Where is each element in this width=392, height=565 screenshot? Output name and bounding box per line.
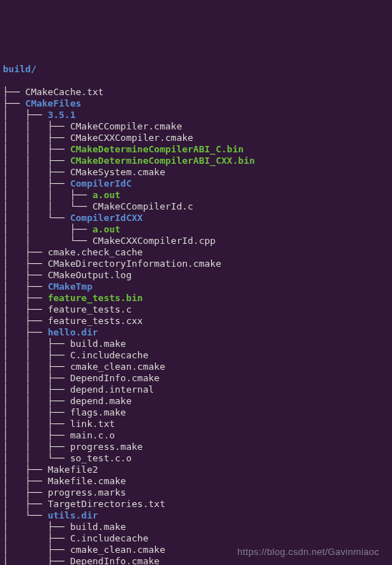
tree-row: │ │ ├── build.make xyxy=(3,338,389,350)
tree-file: progress.marks xyxy=(48,487,127,498)
tree-row: │ ├── 3.5.1 xyxy=(3,109,389,121)
tree-row: │ ├── C.includecache xyxy=(3,533,389,544)
tree-branch-glyphs: │ │ ├── xyxy=(3,361,70,372)
tree-file: TargetDirectories.txt xyxy=(48,498,165,509)
tree-row: │ ├── feature_tests.c xyxy=(3,304,389,315)
tree-directory: CMakeFiles xyxy=(25,98,81,109)
tree-branch-glyphs: │ │ └── xyxy=(3,453,70,463)
tree-executable: CMakeDetermineCompilerABI_CXX.bin xyxy=(70,155,255,166)
tree-branch-glyphs: │ ├── xyxy=(3,556,70,565)
tree-branch-glyphs: │ │ ├── xyxy=(3,441,70,452)
tree-branch-glyphs: │ │ ├── xyxy=(3,144,70,154)
tree-directory: hello.dir xyxy=(48,327,98,338)
tree-row: │ ├── build.make xyxy=(3,521,389,533)
tree-file: depend.make xyxy=(70,396,132,406)
tree-row: │ └── utils.dir xyxy=(3,510,389,521)
tree-file: CMakeCCompilerId.c xyxy=(92,201,193,212)
tree-row: │ │ ├── link.txt xyxy=(3,418,389,430)
tree-row: │ │ │ ├── a.out xyxy=(3,190,389,201)
tree-executable: a.out xyxy=(92,190,120,200)
tree-file: cmake.check_cache xyxy=(48,247,143,257)
tree-file: link.txt xyxy=(70,418,115,429)
tree-row: │ │ ├── cmake_clean.cmake xyxy=(3,361,389,373)
tree-file: flags.make xyxy=(70,407,126,418)
tree-file: Makefile.cmake xyxy=(48,476,127,486)
tree-row: │ ├── CMakeDirectoryInformation.cmake xyxy=(3,258,389,270)
tree-file: CMakeCache.txt xyxy=(25,87,104,97)
tree-branch-glyphs: │ ├── xyxy=(3,476,48,486)
tree-directory: 3.5.1 xyxy=(48,109,76,120)
tree-executable: a.out xyxy=(92,224,120,235)
tree-row: │ ├── progress.marks xyxy=(3,487,389,498)
tree-branch-glyphs: │ │ ├── xyxy=(3,178,70,189)
tree-branch-glyphs: │ ├── xyxy=(3,293,48,303)
tree-row: │ │ ├── DependInfo.cmake xyxy=(3,373,389,384)
tree-row: │ │ │ └── CMakeCCompilerId.c xyxy=(3,201,389,212)
tree-branch-glyphs: │ │ ├── xyxy=(3,418,70,429)
tree-directory: CompilerIdCXX xyxy=(70,212,143,223)
tree-row: │ ├── Makefile2 xyxy=(3,464,389,476)
tree-row: ├── CMakeFiles xyxy=(3,98,389,109)
tree-branch-glyphs: │ ├── xyxy=(3,109,48,120)
tree-branch-glyphs: │ ├── xyxy=(3,521,70,532)
tree-branch-glyphs: │ │ ├── xyxy=(3,224,92,235)
tree-file: cmake_clean.cmake xyxy=(70,544,165,555)
tree-branch-glyphs: │ ├── xyxy=(3,544,70,555)
tree-row: │ │ └── so_test.c.o xyxy=(3,453,389,464)
tree-row: │ │ ├── CMakeDetermineCompilerABI_C.bin xyxy=(3,144,389,155)
tree-row: │ │ ├── CMakeCXXCompiler.cmake xyxy=(3,132,389,144)
tree-row: │ ├── cmake.check_cache xyxy=(3,247,389,258)
tree-branch-glyphs: ├── xyxy=(3,87,25,97)
tree-branch-glyphs: │ ├── xyxy=(3,247,48,257)
tree-row: │ │ ├── flags.make xyxy=(3,407,389,418)
tree-executable: feature_tests.bin xyxy=(48,293,143,303)
tree-branch-glyphs: │ │ ├── xyxy=(3,121,70,132)
tree-file: DependInfo.cmake xyxy=(70,556,160,565)
tree-branch-glyphs: │ ├── xyxy=(3,487,48,498)
tree-branch-glyphs: │ │ │ └── xyxy=(3,201,92,212)
tree-row: │ │ ├── a.out xyxy=(3,224,389,235)
terminal-header-fragment: . . . . . . . ,.,,.,,.,,,,,,,,,.,,.,,,,,… xyxy=(3,46,389,52)
tree-file: depend.internal xyxy=(70,384,154,395)
tree-root: build/ xyxy=(3,64,389,75)
tree-file: feature_tests.c xyxy=(48,304,132,315)
tree-row: │ │ ├── depend.make xyxy=(3,396,389,407)
tree-branch-glyphs: │ ├── xyxy=(3,533,70,544)
tree-file: CMakeOutput.log xyxy=(48,270,132,280)
tree-branch-glyphs: │ ├── xyxy=(3,281,48,292)
tree-branch-glyphs: │ │ ├── xyxy=(3,132,70,143)
tree-row: │ │ ├── main.c.o xyxy=(3,430,389,441)
tree-branch-glyphs: │ ├── xyxy=(3,270,48,280)
tree-branch-glyphs: │ └── xyxy=(3,510,48,521)
tree-branch-glyphs: │ │ ├── xyxy=(3,373,70,383)
tree-branch-glyphs: │ ├── xyxy=(3,258,48,269)
root-dir-label: build/ xyxy=(3,64,36,74)
tree-directory: utils.dir xyxy=(48,510,98,521)
tree-row: │ ├── TargetDirectories.txt xyxy=(3,498,389,510)
tree-row: │ │ ├── CompilerIdC xyxy=(3,178,389,190)
tree-row: │ ├── Makefile.cmake xyxy=(3,476,389,487)
tree-branch-glyphs: │ │ ├── xyxy=(3,407,70,418)
tree-file: feature_tests.cxx xyxy=(48,315,143,326)
tree-file: C.includecache xyxy=(70,350,149,360)
tree-row: │ ├── CMakeOutput.log xyxy=(3,270,389,281)
tree-file: cmake_clean.cmake xyxy=(70,361,165,372)
tree-file: C.includecache xyxy=(70,533,149,544)
tree-row: │ │ ├── CMakeSystem.cmake xyxy=(3,167,389,178)
tree-branch-glyphs: │ │ ├── xyxy=(3,155,70,166)
tree-branch-glyphs: │ │ ├── xyxy=(3,384,70,395)
tree-file: DependInfo.cmake xyxy=(70,373,160,383)
tree-branch-glyphs: │ │ ├── xyxy=(3,167,70,177)
tree-file: CMakeSystem.cmake xyxy=(70,167,165,177)
tree-branch-glyphs: │ ├── xyxy=(3,498,48,509)
tree-file: CMakeDirectoryInformation.cmake xyxy=(48,258,222,269)
tree-branch-glyphs: │ ├── xyxy=(3,327,48,338)
tree-directory: CompilerIdC xyxy=(70,178,132,189)
tree-file: build.make xyxy=(70,338,126,349)
tree-row: │ │ └── CMakeCXXCompilerId.cpp xyxy=(3,235,389,247)
tree-file: Makefile2 xyxy=(48,464,98,475)
tree-file: CMakeCXXCompilerId.cpp xyxy=(92,235,215,246)
tree-branch-glyphs: │ │ ├── xyxy=(3,396,70,406)
tree-row: │ ├── CMakeTmp xyxy=(3,281,389,293)
tree-row: │ │ ├── CMakeCCompiler.cmake xyxy=(3,121,389,132)
